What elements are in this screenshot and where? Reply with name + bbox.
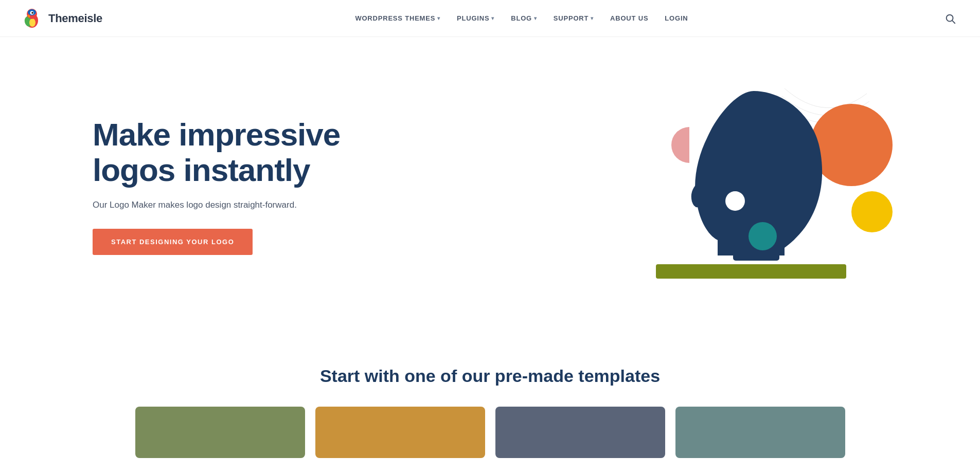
template-card-3[interactable] xyxy=(495,407,665,458)
nav-item-about-us[interactable]: ABOUT US xyxy=(610,14,648,22)
svg-point-8 xyxy=(31,12,33,14)
chevron-down-icon: ▾ xyxy=(534,15,537,21)
svg-line-10 xyxy=(952,21,955,23)
nav-item-wordpress-themes[interactable]: WORDPRESS THEMES ▾ xyxy=(355,14,440,22)
logo[interactable]: Themeisle xyxy=(21,7,102,30)
hero-section: Make impressive logos instantly Our Logo… xyxy=(0,37,980,335)
hero-subtitle: Our Logo Maker makes logo design straigh… xyxy=(93,200,381,210)
template-card-1[interactable] xyxy=(135,407,305,458)
search-button[interactable] xyxy=(941,9,959,28)
templates-grid xyxy=(21,407,959,458)
main-nav: WORDPRESS THEMES ▾ PLUGINS ▾ BLOG ▾ SUPP… xyxy=(355,14,688,22)
svg-point-2 xyxy=(29,19,35,27)
search-icon xyxy=(945,13,956,24)
templates-section: Start with one of our pre-made templates xyxy=(0,335,980,458)
yellow-circle-decoration xyxy=(851,191,893,232)
chevron-down-icon: ▾ xyxy=(437,15,440,21)
templates-title: Start with one of our pre-made templates xyxy=(21,366,959,386)
hero-content: Make impressive logos instantly Our Logo… xyxy=(93,117,381,254)
chevron-down-icon: ▾ xyxy=(491,15,494,21)
template-card-4[interactable] xyxy=(675,407,845,458)
nav-item-support[interactable]: SUPPORT ▾ xyxy=(554,14,594,22)
logo-parrot-icon xyxy=(21,7,43,30)
nav-item-login[interactable]: LOGIN xyxy=(665,14,688,22)
start-designing-button[interactable]: START DESIGNING YOUR LOGO xyxy=(93,229,253,255)
ground-bar-decoration xyxy=(656,264,846,279)
hero-title: Make impressive logos instantly xyxy=(93,117,381,187)
chevron-down-icon: ▾ xyxy=(591,15,594,21)
nav-item-blog[interactable]: BLOG ▾ xyxy=(511,14,537,22)
template-card-2[interactable] xyxy=(315,407,485,458)
teal-circle-decoration xyxy=(749,222,777,250)
hero-illustration xyxy=(640,73,908,299)
nav-item-plugins[interactable]: PLUGINS ▾ xyxy=(457,14,494,22)
white-circle-decoration xyxy=(725,191,745,211)
site-header: Themeisle WORDPRESS THEMES ▾ PLUGINS ▾ B… xyxy=(0,0,980,37)
logo-text: Themeisle xyxy=(48,12,102,25)
